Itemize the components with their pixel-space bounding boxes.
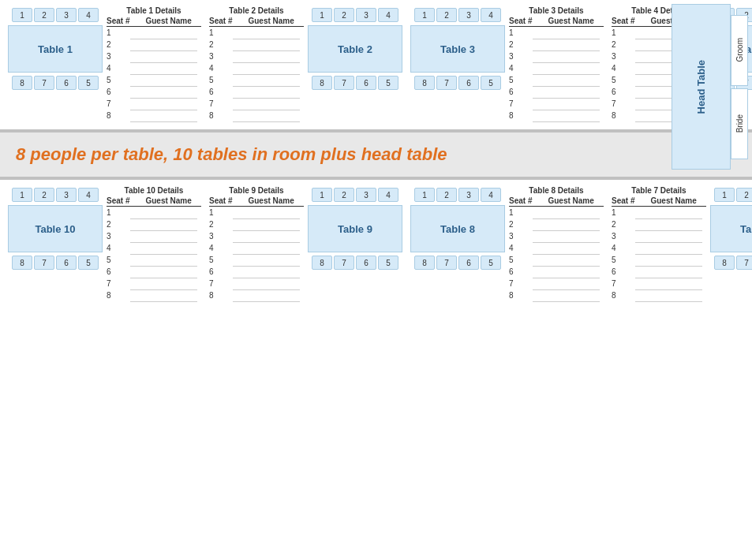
seat: 4 — [481, 8, 501, 22]
seat: 2 — [436, 8, 457, 22]
table-2-rect: Table 2 — [308, 25, 402, 73]
bottom-row: 1 2 3 4 Table 10 8 7 6 5 Table 10 Detail… — [0, 180, 752, 309]
table-1-top-seats: 1 2 3 4 — [12, 8, 99, 22]
table-3-diagram: 1 2 3 4 Table 3 8 7 6 5 — [410, 6, 505, 91]
seat: 7 — [34, 256, 54, 270]
seat: 8 — [714, 256, 735, 270]
details-row-6: 6 — [107, 88, 201, 99]
table-1-diagram: 1 2 3 4 Table 1 8 7 6 5 — [8, 6, 103, 91]
table-10-group: 1 2 3 4 Table 10 8 7 6 5 Table 10 Detail… — [8, 186, 201, 303]
seat: 7 — [436, 76, 457, 90]
seat: 2 — [34, 8, 54, 22]
table-2-diagram: 1 2 3 4 Table 2 8 7 6 5 — [308, 6, 402, 91]
table-3-rect: Table 3 — [410, 25, 505, 73]
seat: 8 — [312, 256, 332, 270]
head-table-area: Head Table Groom Bride — [672, 4, 748, 170]
seat: 8 — [312, 76, 332, 90]
seat: 1 — [12, 188, 32, 202]
seat: 7 — [736, 256, 752, 270]
table-7-group: 1 2 3 4 Table 7 8 7 6 5 Table 7 Details … — [612, 186, 752, 303]
table-1-details-header: Seat # Guest Name — [107, 17, 201, 27]
seat: 5 — [378, 76, 398, 90]
table-1-details: Table 1 Details Seat # Guest Name 1 2 3 … — [107, 6, 201, 123]
table-8-diagram: 1 2 3 4 Table 8 8 7 6 5 — [410, 186, 505, 271]
head-table-label: Head Table — [695, 60, 707, 114]
seat: 5 — [378, 256, 398, 270]
seat: 8 — [414, 256, 435, 270]
seat: 3 — [458, 8, 479, 22]
table-1-group: 1 2 3 4 Table 1 8 7 6 5 Table 1 Details … — [8, 6, 201, 123]
details-row-1: 1 — [107, 28, 201, 40]
seat: 5 — [481, 76, 501, 90]
seat: 5 — [481, 256, 501, 270]
table-7-details: Table 7 Details Seat # Guest Name 1 2 3 … — [612, 186, 706, 303]
seat: 6 — [356, 256, 376, 270]
table-9-rect: Table 9 — [308, 205, 402, 252]
seat: 2 — [736, 188, 752, 202]
table-2-details-title: Table 2 Details — [209, 6, 304, 15]
seat: 2 — [34, 188, 54, 202]
seat-col-label: Seat # — [107, 17, 129, 25]
seat: 2 — [334, 188, 354, 202]
seat: 6 — [56, 76, 77, 90]
groom-label: Groom — [735, 38, 744, 62]
seat: 7 — [34, 76, 54, 90]
table-2-group: 1 2 3 4 Table 2 8 7 6 5 Table 2 Details … — [209, 6, 402, 123]
table-1-bottom-seats: 8 7 6 5 — [12, 76, 99, 90]
guest-col-label: Guest Name — [248, 17, 294, 25]
details-row-5: 5 — [107, 76, 201, 88]
seat: 1 — [414, 188, 435, 202]
table-2-details-header: Seat # Guest Name — [209, 17, 304, 27]
seat: 1 — [12, 8, 32, 22]
seat: 1 — [414, 8, 435, 22]
seat: 4 — [378, 8, 398, 22]
seat: 5 — [78, 256, 99, 270]
seat: 6 — [356, 76, 376, 90]
seat: 4 — [78, 188, 99, 202]
table-1-rect: Table 1 — [8, 25, 103, 73]
table-2-details: Table 2 Details Seat # Guest Name 1 2 3 … — [209, 6, 304, 123]
table-9-details: Table 9 Details Seat # Guest Name 1 2 3 … — [209, 186, 304, 303]
seat: 3 — [56, 8, 77, 22]
groom-bride-col: Groom Bride — [731, 15, 748, 159]
top-row: 1 2 3 4 Table 1 8 7 6 5 Table 1 Details … — [0, 0, 752, 129]
details-row-8: 8 — [107, 111, 201, 123]
seat: 8 — [12, 76, 32, 90]
seat: 5 — [78, 76, 99, 90]
seat: 7 — [334, 76, 354, 90]
seat: 3 — [56, 188, 77, 202]
seat-col-label: Seat # — [209, 17, 232, 25]
table-7-rect: Table 7 — [710, 205, 752, 252]
head-table-rect: Head Table — [672, 4, 731, 170]
seat: 3 — [356, 8, 376, 22]
table-1-details-title: Table 1 Details — [107, 6, 201, 15]
bride-box: Bride — [731, 88, 748, 159]
seat: 3 — [356, 188, 376, 202]
details-row-7: 7 — [107, 99, 201, 111]
seat: 7 — [334, 256, 354, 270]
seat: 4 — [378, 188, 398, 202]
seat: 1 — [312, 8, 332, 22]
table-8-details: Table 8 Details Seat # Guest Name 1 2 3 … — [509, 186, 604, 303]
table-10-rect: Table 10 — [8, 205, 103, 252]
table-3-group: 1 2 3 4 Table 3 8 7 6 5 Table 3 Details … — [410, 6, 604, 123]
table-3-details: Table 3 Details Seat # Guest Name 1 2 3 … — [509, 6, 604, 123]
table-2-bottom-seats: 8 7 6 5 — [312, 76, 398, 90]
table-10-details: Table 10 Details Seat # Guest Name 1 2 3… — [107, 186, 201, 303]
seat: 7 — [436, 256, 457, 270]
seat: 6 — [458, 256, 479, 270]
page-container: 1 2 3 4 Table 1 8 7 6 5 Table 1 Details … — [0, 0, 752, 309]
seat: 6 — [56, 256, 77, 270]
table-2-top-seats: 1 2 3 4 — [312, 8, 398, 22]
table-9-diagram: 1 2 3 4 Table 9 8 7 6 5 — [308, 186, 402, 271]
seat: 2 — [334, 8, 354, 22]
groom-box: Groom — [731, 15, 748, 86]
seat: 3 — [458, 188, 479, 202]
seat: 8 — [414, 76, 435, 90]
details-row-2: 2 — [107, 40, 201, 52]
bride-label: Bride — [735, 114, 744, 133]
details-row-4: 4 — [107, 64, 201, 76]
seat: 8 — [12, 256, 32, 270]
seat: 6 — [458, 76, 479, 90]
seat: 1 — [714, 188, 735, 202]
